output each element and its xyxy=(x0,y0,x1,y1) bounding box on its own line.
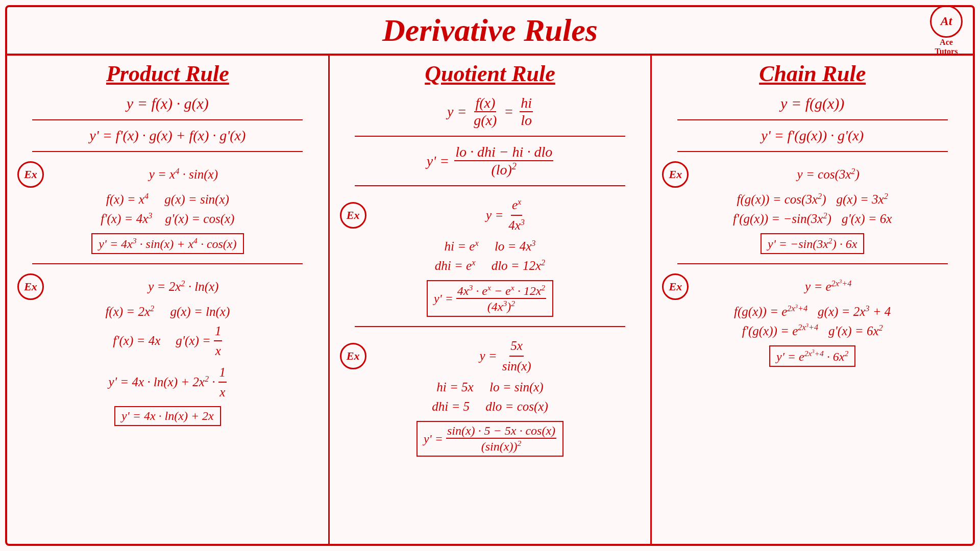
quotient-ex2-answer: y' = sin(x) · 5 − 5x · cos(x) (sin(x))2 xyxy=(340,419,641,457)
quotient-ex1-answer: y' = 4x3 · ex − ex · 12x2 (4x3)2 xyxy=(340,278,641,317)
quotient-ex2-frac: 5x sin(x) xyxy=(501,336,532,375)
chain-ex1-line3: f'(g(x)) = −sin(3x2) g'(x) = 6x xyxy=(662,209,963,229)
chain-ex1-line1: y = cos(3x2) xyxy=(797,165,860,184)
quotient-divider2 xyxy=(355,185,625,186)
product-ex2-header: Ex y = 2x2 · ln(x) xyxy=(17,273,318,300)
chain-formula1: y = f(g(x)) xyxy=(780,95,844,112)
product-ex1-line1: y = x4 · sin(x) xyxy=(149,165,218,184)
quotient-ex1-frac: ex 4x3 xyxy=(507,195,526,235)
product-example1: Ex y = x4 · sin(x) f(x) = x4 g(x) = sin(… xyxy=(17,161,318,254)
quotient-ex2-boxed: y' = sin(x) · 5 − 5x · cos(x) (sin(x))2 xyxy=(416,421,564,457)
quotient-f1-frac2: hi lo xyxy=(520,95,533,129)
product-example2: Ex y = 2x2 · ln(x) f(x) = 2x2 g(x) = ln(… xyxy=(17,273,318,426)
quotient-ex1-hi-lo: hi = ex lo = 4x3 xyxy=(340,237,641,256)
chain-ex2-boxed: y' = e2x3+4 · 6x2 xyxy=(769,345,855,367)
quotient-ex2-hi-lo: hi = 5x lo = sin(x) xyxy=(340,378,641,397)
chain-ex1-badge: Ex xyxy=(662,161,689,188)
header: Derivative Rules At AceTutors xyxy=(7,7,973,56)
product-ex1-header: Ex y = x4 · sin(x) xyxy=(17,161,318,188)
quotient-example2: Ex y = 5x sin(x) hi = 5x lo = sin(x) xyxy=(340,336,641,457)
page-title: Derivative Rules xyxy=(382,12,598,48)
product-ex2-line1: y = 2x2 · ln(x) xyxy=(148,277,218,296)
chain-ex2-content: y = e2x3+4 xyxy=(694,277,963,296)
chain-ex1-boxed: y' = −sin(3x2) · 6x xyxy=(761,233,864,254)
chain-divider xyxy=(677,119,948,120)
product-ex1-boxed: y' = 4x3 · sin(x) + x4 · cos(x) xyxy=(91,233,243,254)
product-ex2-line2: f(x) = 2x2 g(x) = ln(x) xyxy=(17,302,318,321)
logo: At AceTutors xyxy=(930,5,963,56)
product-rule-column: Product Rule y = f(x) · g(x) y' = f'(x) … xyxy=(7,56,330,544)
product-formula2: y' = f'(x) · g(x) + f(x) · g'(x) xyxy=(89,128,246,144)
product-ex2-line3: f'(x) = 4x g'(x) = 1 x xyxy=(17,321,318,361)
quotient-divider3 xyxy=(355,326,625,327)
product-ex2-line4: y' = 4x · ln(x) + 2x2 · 1 x xyxy=(17,363,318,402)
quotient-ex2-badge: Ex xyxy=(340,343,366,369)
chain-ex2-answer: y' = e2x3+4 · 6x2 xyxy=(662,343,963,367)
product-ex2-frac2: 1 x xyxy=(218,363,227,402)
product-formula1: y = f(x) · g(x) xyxy=(127,95,209,112)
chain-example2: Ex y = e2x3+4 f(g(x)) = e2x3+4 g(x) = 2x… xyxy=(662,273,963,367)
product-divider3 xyxy=(32,263,303,264)
quotient-ex2-content: y = 5x sin(x) xyxy=(372,336,641,375)
chain-rule-column: Chain Rule y = f(g(x)) y' = f'(g(x)) · g… xyxy=(652,56,973,544)
product-divider2 xyxy=(32,151,303,152)
chain-formula2: y' = f'(g(x)) · g'(x) xyxy=(761,128,864,144)
product-ex1-badge: Ex xyxy=(17,161,44,188)
product-ex1-answer: y' = 4x3 · sin(x) + x4 · cos(x) xyxy=(17,231,318,254)
quotient-ex1-badge: Ex xyxy=(340,202,366,229)
quotient-ex2-dhi-dlo: dhi = 5 dlo = cos(x) xyxy=(340,397,641,416)
quotient-divider xyxy=(355,136,625,137)
chain-divider2 xyxy=(677,151,948,152)
quotient-f2-frac: lo · dhi − hi · dlo (lo)2 xyxy=(454,144,553,178)
chain-ex2-badge: Ex xyxy=(662,273,689,300)
quotient-rule-title: Quotient Rule xyxy=(425,61,555,87)
quotient-ex1-line1: y = ex 4x3 xyxy=(486,195,526,235)
main-container: Derivative Rules At AceTutors Product Ru… xyxy=(5,5,975,546)
quotient-ex1-header: Ex y = ex 4x3 xyxy=(340,195,641,235)
logo-icon: At xyxy=(941,14,952,28)
product-ex2-answer: y' = 4x · ln(x) + 2x xyxy=(17,404,318,426)
quotient-ex2-header: Ex y = 5x sin(x) xyxy=(340,336,641,375)
chain-ex1-answer: y' = −sin(3x2) · 6x xyxy=(662,231,963,254)
quotient-ex1-boxed: y' = 4x3 · ex − ex · 12x2 (4x3)2 xyxy=(427,280,553,317)
quotient-ex1-dhi-dlo: dhi = ex dlo = 12x2 xyxy=(340,256,641,276)
chain-ex2-line3: f'(g(x)) = e2x3+4 g'(x) = 6x2 xyxy=(662,321,963,341)
columns-container: Product Rule y = f(x) · g(x) y' = f'(x) … xyxy=(7,56,973,544)
quotient-ex2-ans-frac: sin(x) · 5 − 5x · cos(x) (sin(x))2 xyxy=(446,424,556,454)
quotient-example1: Ex y = ex 4x3 hi = ex lo = 4x3 xyxy=(340,195,641,317)
product-divider xyxy=(32,119,303,120)
quotient-f1-frac1: f(x) g(x) xyxy=(473,95,498,129)
quotient-rule-column: Quotient Rule y = f(x) g(x) = hi lo y' =… xyxy=(330,56,652,544)
product-ex2-frac: 1 x xyxy=(214,321,223,361)
logo-brand: AceTutors xyxy=(935,38,958,56)
product-ex1-line2: f(x) = x4 g(x) = sin(x) xyxy=(17,190,318,209)
chain-ex1-content: y = cos(3x2) xyxy=(694,165,963,184)
chain-ex2-line2: f(g(x)) = e2x3+4 g(x) = 2x3 + 4 xyxy=(662,302,963,321)
chain-ex2-line1: y = e2x3+4 xyxy=(805,277,851,296)
product-ex2-badge: Ex xyxy=(17,273,44,300)
quotient-ex1-content: y = ex 4x3 xyxy=(372,195,641,235)
quotient-formula2: y' = lo · dhi − hi · dlo (lo)2 xyxy=(427,144,553,178)
quotient-ex1-ans-frac: 4x3 · ex − ex · 12x2 (4x3)2 xyxy=(456,283,546,314)
chain-divider3 xyxy=(677,263,948,264)
product-ex1-content: y = x4 · sin(x) xyxy=(49,165,318,184)
product-ex1-line3: f'(x) = 4x3 g'(x) = cos(x) xyxy=(17,209,318,229)
chain-ex1-line2: f(g(x)) = cos(3x2) g(x) = 3x2 xyxy=(662,190,963,209)
logo-circle: At xyxy=(930,5,963,38)
chain-example1: Ex y = cos(3x2) f(g(x)) = cos(3x2) g(x) … xyxy=(662,161,963,254)
product-rule-title: Product Rule xyxy=(106,61,229,87)
chain-ex1-header: Ex y = cos(3x2) xyxy=(662,161,963,188)
chain-rule-title: Chain Rule xyxy=(759,61,866,87)
quotient-formula1: y = f(x) g(x) = hi lo xyxy=(447,95,533,129)
quotient-ex2-line1: y = 5x sin(x) xyxy=(479,336,532,375)
product-ex2-content: y = 2x2 · ln(x) xyxy=(49,277,318,296)
chain-ex2-header: Ex y = e2x3+4 xyxy=(662,273,963,300)
product-ex2-boxed: y' = 4x · ln(x) + 2x xyxy=(114,406,221,426)
